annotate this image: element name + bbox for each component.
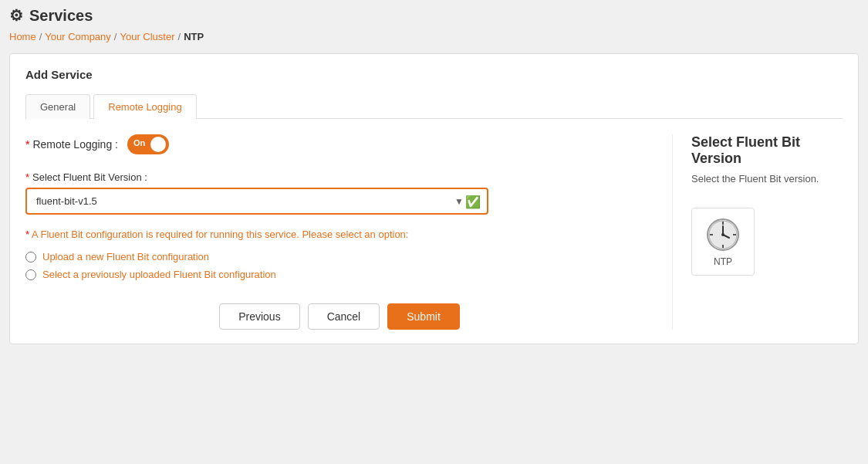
fluent-bit-select[interactable]: fluent-bit-v1.5 [25, 188, 488, 215]
card-title: Add Service [25, 68, 843, 81]
breadcrumb-home[interactable]: Home [9, 31, 36, 42]
cancel-button[interactable]: Cancel [308, 303, 380, 330]
info-text: * A Fluent Bit configuration is required… [25, 229, 654, 240]
sidebar-title: Select Fluent Bit Version [691, 134, 843, 167]
toggle-container[interactable]: On [127, 134, 169, 154]
page-title: ⚙ Services [9, 6, 859, 25]
button-row: Previous Cancel Submit [25, 303, 654, 330]
select-field-wrapper: fluent-bit-v1.5 ▼ ✅ [25, 188, 488, 215]
tab-remote-logging[interactable]: Remote Logging [93, 94, 196, 119]
remote-logging-toggle[interactable]: On [127, 134, 169, 154]
sidebar-info: Select Fluent Bit Version Select the Flu… [673, 134, 843, 330]
radio-existing-input[interactable] [25, 269, 36, 280]
tabs-container: General Remote Logging [25, 93, 843, 119]
breadcrumb: Home / Your Company / Your Cluster / NTP [9, 31, 859, 42]
toggle-slider: On [127, 134, 169, 154]
radio-upload-input[interactable] [25, 252, 36, 262]
main-card: Add Service General Remote Logging *Remo… [9, 53, 859, 344]
main-content: *Remote Logging : On *Select [25, 134, 843, 330]
required-star-1: * [25, 138, 29, 151]
breadcrumb-sep-2: / [114, 31, 117, 42]
breadcrumb-cluster[interactable]: Your Cluster [120, 31, 174, 42]
ntp-label: NTP [714, 256, 732, 267]
previous-button[interactable]: Previous [219, 303, 299, 330]
radio-existing-label: Select a previously uploaded Fluent Bit … [42, 269, 276, 280]
services-title: Services [29, 7, 93, 25]
required-star-3: * [25, 229, 29, 240]
tab-general[interactable]: General [25, 94, 90, 119]
radio-select-existing[interactable]: Select a previously uploaded Fluent Bit … [25, 269, 654, 280]
ntp-clock-icon [704, 216, 741, 253]
breadcrumb-company[interactable]: Your Company [45, 31, 111, 42]
page-wrapper: ⚙ Services Home / Your Company / Your Cl… [0, 0, 868, 464]
toggle-on-label: On [133, 138, 145, 147]
radio-upload[interactable]: Upload a new Fluent Bit configuration [25, 251, 654, 262]
breadcrumb-current: NTP [184, 31, 204, 42]
required-star-2: * [25, 171, 29, 183]
radio-upload-label: Upload a new Fluent Bit configuration [42, 251, 209, 262]
form-area: *Remote Logging : On *Select [25, 134, 673, 330]
fluent-bit-wrapper: *Select Fluent Bit Version : fluent-bit-… [25, 171, 654, 215]
fluent-bit-label: *Select Fluent Bit Version : [25, 171, 654, 183]
breadcrumb-sep-1: / [39, 31, 42, 42]
sidebar-description: Select the Fluent Bit version. [691, 173, 819, 185]
remote-logging-label: *Remote Logging : [25, 138, 118, 151]
submit-button[interactable]: Submit [387, 303, 460, 330]
breadcrumb-sep-3: / [178, 31, 181, 42]
gear-icon: ⚙ [9, 6, 23, 25]
ntp-icon-wrapper: NTP [691, 208, 755, 276]
remote-logging-row: *Remote Logging : On [25, 134, 654, 154]
svg-point-8 [721, 233, 724, 236]
